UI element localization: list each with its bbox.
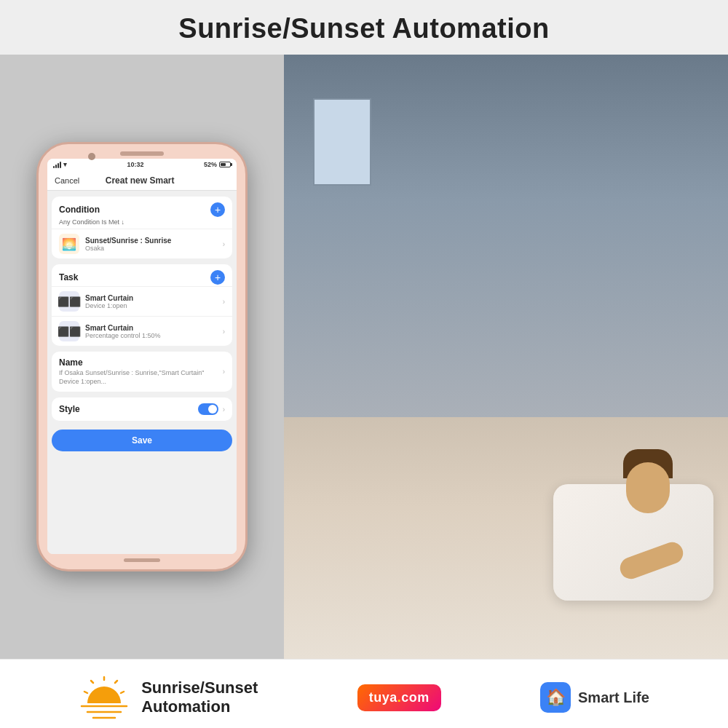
status-bar: ▾ 10:32 52% — [47, 159, 237, 170]
task-item-2[interactable]: ⬛⬛ Smart Curtain Percentage control 1:50… — [52, 316, 232, 346]
nav-bar: Cancel Creat new Smart — [47, 170, 237, 191]
tuya-badge: tuya.com — [357, 684, 441, 711]
name-card[interactable]: Name If Osaka Sunset/Sunrise : Sunrise,"… — [52, 352, 232, 392]
condition-title: Condition — [59, 205, 100, 215]
name-label: Name — [59, 357, 223, 368]
style-chevron-icon: › — [223, 405, 225, 414]
style-right: › — [198, 403, 225, 415]
iphone-speaker — [120, 151, 164, 156]
condition-item-sub: Osaka — [85, 245, 217, 252]
battery-icon — [219, 162, 231, 167]
task-item-1-sub: Device 1:open — [85, 302, 217, 309]
signal-bar-2 — [55, 165, 57, 168]
screen-content: Condition + Any Condition Is Met ↓ 🌅 Sun… — [47, 191, 237, 554]
sunrise-icon-wrapper: Sunrise/Sunset Automation — [79, 676, 258, 719]
sunrise-text-line1: Sunrise/Sunset — [141, 678, 258, 697]
task-item-2-text: Smart Curtain Percentage control 1:50% — [85, 324, 217, 339]
condition-card-header: Condition + — [52, 197, 232, 218]
curtain-icon-2: ⬛⬛ — [59, 321, 79, 341]
tuya-dot: . — [397, 690, 402, 705]
iphone-screen: ▾ 10:32 52% Cancel Creat new Smart — [47, 159, 237, 554]
save-button[interactable]: Save — [52, 430, 232, 451]
signal-bar-3 — [58, 163, 59, 168]
style-toggle-thumb — [208, 405, 217, 414]
style-label: Style — [59, 404, 80, 414]
task-chevron-2-icon: › — [223, 328, 225, 336]
style-card[interactable]: Style › — [52, 397, 232, 421]
main-area: ▾ 10:32 52% Cancel Creat new Smart — [0, 55, 728, 659]
condition-item[interactable]: 🌅 Sunset/Sunrise : Sunrise Osaka › — [52, 229, 232, 258]
condition-subtitle: Any Condition Is Met ↓ — [52, 218, 232, 229]
battery-percent: 52% — [204, 161, 217, 168]
battery-fill — [221, 163, 226, 166]
svg-line-1 — [115, 681, 117, 683]
smart-life-text: Smart Life — [578, 689, 649, 706]
name-chevron-icon: › — [223, 368, 225, 376]
svg-line-2 — [121, 692, 124, 693]
task-item-1-main: Smart Curtain — [85, 294, 217, 302]
bedroom-section — [284, 55, 728, 659]
task-card-header: Task + — [52, 264, 232, 286]
sunrise-text-block: Sunrise/Sunset Automation — [141, 678, 258, 716]
task-title: Task — [59, 272, 78, 282]
condition-chevron-icon: › — [223, 240, 225, 248]
sunrise-icon — [79, 676, 130, 719]
task-card: Task + ⬛⬛ Smart Curtain Device 1:open › — [52, 264, 232, 346]
iphone-notch — [39, 144, 245, 156]
status-right: 52% — [204, 161, 231, 168]
phone-section: ▾ 10:32 52% Cancel Creat new Smart — [0, 55, 284, 659]
bedroom-window — [313, 98, 371, 186]
task-item-2-main: Smart Curtain — [85, 324, 217, 332]
status-left: ▾ — [53, 161, 67, 168]
name-content: Name If Osaka Sunset/Sunrise : Sunrise,"… — [59, 357, 223, 386]
signal-bar-1 — [53, 166, 55, 168]
iphone-home-indicator — [124, 558, 160, 562]
task-item-1[interactable]: ⬛⬛ Smart Curtain Device 1:open › — [52, 286, 232, 316]
condition-card: Condition + Any Condition Is Met ↓ 🌅 Sun… — [52, 197, 232, 258]
wifi-icon: ▾ — [63, 161, 67, 168]
condition-add-button[interactable]: + — [210, 202, 225, 217]
person-face — [626, 462, 670, 513]
iphone-mockup: ▾ 10:32 52% Cancel Creat new Smart — [36, 142, 248, 571]
iphone-camera — [88, 153, 95, 160]
task-item-2-sub: Percentage control 1:50% — [85, 332, 217, 339]
task-item-1-text: Smart Curtain Device 1:open — [85, 294, 217, 309]
sunrise-text-line2: Automation — [141, 697, 258, 716]
curtain-icon-1: ⬛⬛ — [59, 291, 79, 312]
page-title: Sunrise/Sunset Automation — [0, 13, 728, 44]
svg-line-3 — [91, 681, 93, 683]
status-time: 10:32 — [127, 161, 143, 168]
style-toggle[interactable] — [198, 403, 218, 415]
nav-title: Creat new Smart — [106, 175, 175, 186]
smart-life-icon: 🏠 — [540, 682, 571, 713]
battery-tip — [231, 163, 232, 166]
task-add-button[interactable]: + — [210, 270, 225, 285]
tuya-logo: tuya.com — [357, 684, 441, 711]
svg-line-4 — [84, 692, 87, 693]
signal-bar-4 — [60, 162, 61, 168]
condition-item-text: Sunset/Sunrise : Sunrise Osaka — [85, 237, 217, 252]
condition-item-main: Sunset/Sunrise : Sunrise — [85, 237, 217, 245]
signal-bars — [53, 162, 61, 168]
smart-life: 🏠 Smart Life — [540, 682, 649, 713]
page-header: Sunrise/Sunset Automation — [0, 0, 728, 55]
bottom-bar: Sunrise/Sunset Automation tuya.com 🏠 Sma… — [0, 659, 728, 728]
name-value: If Osaka Sunset/Sunrise : Sunrise,"Smart… — [59, 369, 223, 386]
task-chevron-1-icon: › — [223, 298, 225, 306]
nav-cancel-button[interactable]: Cancel — [55, 176, 79, 185]
sunrise-item-icon: 🌅 — [59, 234, 79, 254]
